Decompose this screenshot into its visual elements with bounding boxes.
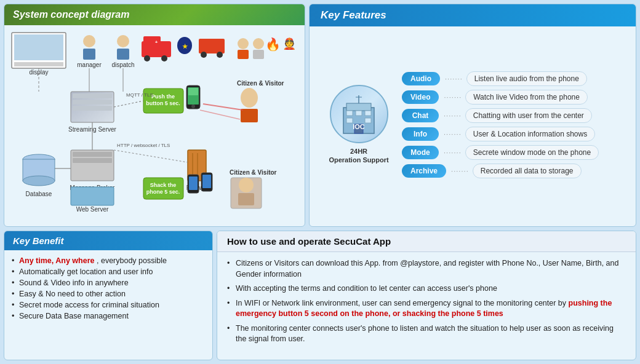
ioc-circle: IOC: [330, 85, 388, 143]
info-dots: · · · · · · ·: [444, 130, 460, 138]
svg-line-63: [114, 150, 188, 162]
archive-desc: Recorded all data to storage: [473, 164, 582, 178]
video-dots: · · · · · · ·: [444, 93, 460, 101]
svg-rect-17: [199, 39, 225, 53]
system-diagram-svg: display manager dispatch +: [9, 30, 302, 212]
list-item: In WIFI or Network link environment, use…: [227, 298, 626, 320]
feature-row-audio: Audio · · · · · · · Listen live audio fr…: [402, 71, 630, 86]
svg-line-45: [200, 110, 240, 119]
video-desc: Watch live Video from the phone: [465, 90, 588, 105]
ioc-label: IOC 24HROperation Support: [329, 147, 388, 165]
svg-rect-11: [143, 36, 161, 45]
svg-rect-83: [365, 118, 371, 123]
archive-bubble: Archive: [402, 164, 446, 178]
svg-point-12: [144, 55, 150, 61]
svg-text:Citizen & Visitor: Citizen & Visitor: [230, 169, 277, 176]
svg-text:Web Server: Web Server: [76, 206, 109, 212]
svg-rect-32: [73, 106, 112, 111]
svg-rect-31: [73, 100, 112, 105]
svg-point-19: [217, 52, 223, 58]
svg-text:🔥: 🔥: [265, 37, 281, 52]
key-benefit-panel: Key Benefit Any time, Any where , everyb…: [4, 231, 213, 360]
svg-text:Push the: Push the: [151, 93, 175, 100]
key-benefit-header: Key Benefit: [4, 231, 212, 250]
archive-dots: · · · · · · ·: [451, 167, 468, 175]
svg-text:★: ★: [182, 43, 188, 50]
ioc-center: IOC IOC 24HROperation Support: [322, 85, 396, 165]
chat-dots: · · · · · · ·: [444, 112, 460, 119]
svg-rect-64: [71, 187, 114, 205]
list-item: Automatically get location and user info: [12, 267, 205, 276]
how-to-use-header: How to use and operate SecuCat App: [217, 231, 636, 252]
feature-row-info: Info · · · · · · · User & Location infor…: [402, 127, 630, 141]
svg-rect-1: [14, 34, 63, 60]
svg-point-18: [201, 52, 207, 58]
feature-row-chat: Chat · · · · · · · Chatting with user fr…: [402, 108, 630, 123]
highlight-emergency: pushing the emergency button 5 second on…: [236, 299, 612, 318]
how-to-use-body: Citizens or Visitors can download this A…: [217, 252, 636, 355]
key-benefit-list: Any time, Any where , everybody possible…: [12, 256, 205, 320]
svg-rect-8: [117, 49, 129, 60]
audio-desc: Listen live audio from the phone: [466, 71, 587, 86]
list-item: The monitoring center connects user's ph…: [227, 323, 626, 345]
svg-point-50: [23, 176, 55, 186]
svg-rect-43: [241, 109, 258, 122]
info-desc: User & Location information shows: [465, 127, 595, 141]
svg-text:Shack the: Shack the: [150, 182, 177, 188]
svg-rect-82: [346, 118, 353, 123]
svg-point-42: [241, 88, 258, 108]
svg-text:phone 5 sec.: phone 5 sec.: [146, 189, 180, 195]
list-item: Sound & Video info in anywhere: [12, 279, 205, 287]
suffix-text: , everybody possible: [97, 256, 167, 265]
highlight-anytime: Any time, Any where: [19, 256, 95, 265]
list-item: Secret mode access for criminal situatio…: [12, 301, 205, 309]
key-benefit-body: Any time, Any where , everybody possible…: [4, 250, 212, 329]
key-features-body: IOC IOC 24HROperation Support Audi: [310, 26, 636, 223]
feature-row-video: Video · · · · · · · Watch live Video fro…: [402, 90, 630, 105]
svg-text:👲: 👲: [282, 37, 297, 50]
system-concept-header: System concept diagram: [4, 4, 305, 25]
mode-desc: Secrete window mode on the phone: [465, 145, 599, 160]
svg-rect-23: [253, 50, 264, 59]
chat-desc: Chatting with user from the center: [465, 108, 592, 123]
how-to-use-panel: How to use and operate SecuCat App Citiz…: [217, 231, 636, 360]
main-container: System concept diagram display manager: [0, 0, 640, 364]
svg-text:Database: Database: [26, 191, 52, 197]
svg-rect-80: [356, 111, 362, 116]
svg-text:+: +: [155, 39, 158, 45]
svg-point-7: [117, 35, 129, 47]
svg-rect-70: [189, 176, 198, 190]
svg-point-75: [239, 178, 254, 192]
list-item: Easy & No need to other action: [12, 290, 205, 298]
features-list: Audio · · · · · · · Listen live audio fr…: [402, 71, 630, 178]
list-item: Secure Data Base management: [12, 312, 205, 320]
svg-text:HTTP / websocket / TLS: HTTP / websocket / TLS: [117, 143, 170, 148]
svg-text:Citizen & Visitor: Citizen & Visitor: [237, 80, 284, 87]
chat-bubble: Chat: [402, 109, 439, 122]
svg-rect-76: [238, 193, 254, 205]
mode-dots: · · · · · · ·: [444, 149, 460, 156]
list-item: Citizens or Visitors can download this A…: [227, 258, 626, 280]
audio-dots: · · · · · · ·: [445, 75, 462, 82]
svg-rect-79: [346, 111, 353, 116]
svg-rect-30: [73, 93, 112, 98]
bottom-row: Key Benefit Any time, Any where , everyb…: [0, 229, 640, 364]
system-concept-panel: System concept diagram display manager: [4, 4, 305, 227]
svg-rect-78: [346, 103, 371, 111]
svg-text:MQTT / TLS: MQTT / TLS: [126, 92, 153, 98]
feature-row-mode: Mode · · · · · · · Secrete window mode o…: [402, 145, 630, 160]
svg-rect-21: [238, 50, 249, 59]
svg-point-22: [253, 38, 264, 49]
svg-rect-2: [14, 62, 63, 66]
svg-point-13: [161, 55, 167, 61]
svg-point-4: [83, 35, 95, 47]
mode-bubble: Mode: [402, 146, 439, 159]
svg-rect-72: [202, 175, 211, 188]
list-item: With accepting the terms and condition t…: [227, 283, 626, 295]
svg-point-20: [238, 38, 249, 49]
svg-text:button 5 sec.: button 5 sec.: [146, 100, 180, 106]
svg-text:manager: manager: [77, 61, 102, 68]
svg-rect-5: [83, 49, 95, 60]
how-to-use-list: Citizens or Visitors can download this A…: [227, 258, 626, 345]
key-features-panel: Key Features: [309, 4, 636, 227]
